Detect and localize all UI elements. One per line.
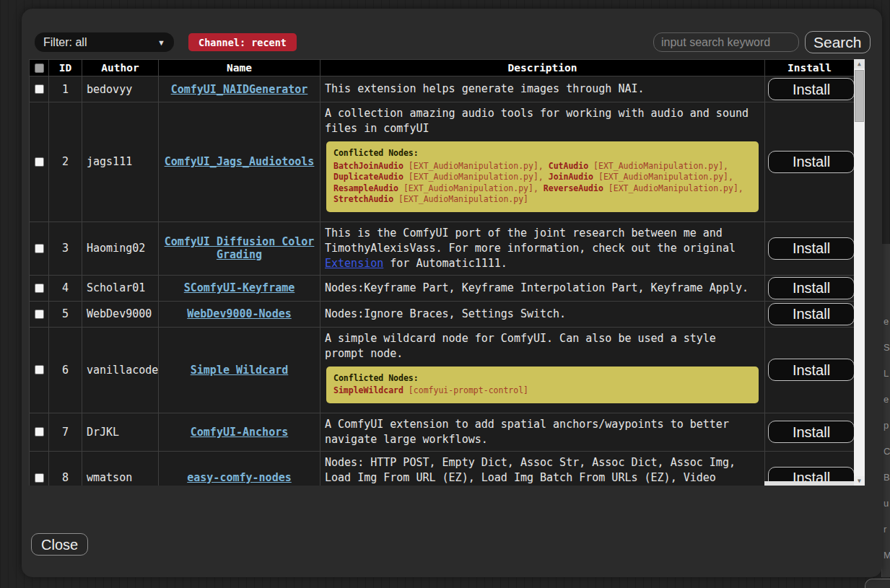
cell-install: Install	[765, 413, 855, 451]
cell-author: Scholar01	[82, 275, 159, 301]
extension-table-body: 1bedovyyComfyUI_NAIDGeneratorThis extens…	[30, 76, 855, 486]
install-button[interactable]: Install	[768, 151, 855, 173]
search-input[interactable]	[653, 32, 799, 52]
row-checkbox[interactable]	[35, 84, 44, 94]
row-checkbox[interactable]	[35, 473, 44, 483]
cell-install: Install	[765, 76, 855, 102]
cell-author: Haoming02	[82, 221, 159, 275]
cell-select	[30, 76, 49, 102]
channel-button[interactable]: Channel: recent	[188, 33, 297, 51]
scrollbar-thumb[interactable]	[855, 70, 864, 122]
cell-description: A ComfyUI extension to add spatial ancho…	[320, 413, 765, 451]
row-checkbox[interactable]	[35, 427, 44, 436]
cell-author: wmatson	[82, 451, 159, 486]
close-button[interactable]: Close	[31, 533, 88, 556]
search-button[interactable]: Search	[805, 31, 871, 53]
extension-table-container: ID Author Name Description Install 1bedo…	[29, 59, 865, 486]
conflict-node-source: [EXT_AudioManipulation.py],	[398, 183, 544, 193]
header-install: Install	[765, 60, 855, 76]
table-row: 5WebDev9000WebDev9000-NodesNodes:Ignore …	[30, 301, 855, 327]
cell-name: ComfyUI_NAIDGenerator	[159, 76, 320, 102]
cell-select	[30, 275, 49, 301]
extension-name-link[interactable]: WebDev9000-Nodes	[187, 307, 292, 320]
conflict-node-source: [EXT_AudioManipulation.py],	[603, 183, 743, 193]
row-checkbox[interactable]	[35, 310, 44, 319]
cell-select	[30, 102, 49, 222]
install-button[interactable]: Install	[768, 277, 855, 299]
extension-name-link[interactable]: easy-comfy-nodes	[187, 471, 292, 484]
cell-description: A collection amazing audio tools for wor…	[320, 102, 765, 222]
cell-description: This is the ComfyUI port of the joint re…	[320, 221, 765, 275]
background-panel-corner	[865, 579, 890, 588]
scrollbar-up-arrow-icon[interactable]: ▲	[854, 59, 865, 69]
header-name: Name	[159, 60, 320, 76]
cell-id: 2	[49, 102, 82, 222]
description-link[interactable]: Extension	[325, 257, 383, 270]
background-menu-text-fragment: C	[884, 446, 890, 457]
cell-description: Nodes: HTTP POST, Empty Dict, Assoc Str,…	[320, 451, 765, 486]
cell-description: A simple wildcard node for ComfyUI. Can …	[320, 327, 765, 413]
cell-select	[30, 413, 49, 451]
install-button[interactable]: Install	[768, 303, 855, 325]
table-row: 3Haoming02ComfyUI Diffusion Color Gradin…	[30, 221, 855, 275]
cell-name: WebDev9000-Nodes	[159, 301, 320, 327]
extension-name-link[interactable]: ComfyUI Diffusion Color Grading	[165, 235, 315, 261]
cell-author: jags111	[82, 102, 159, 222]
install-button[interactable]: Install	[768, 78, 855, 100]
select-all-checkbox[interactable]	[35, 63, 44, 73]
cell-author: bedovyy	[82, 76, 159, 102]
conflicted-nodes-box: Conflicted Nodes:BatchJoinAudio [EXT_Aud…	[326, 141, 759, 212]
table-row: 6vanillacode…Simple WildcardA simple wil…	[30, 327, 855, 413]
install-button[interactable]: Install	[768, 237, 855, 260]
conflict-node-source: [EXT_AudioManipulation.py],	[403, 161, 549, 171]
filter-dropdown[interactable]: Filter: all ▼	[35, 32, 174, 52]
custom-nodes-installer-dialog: Filter: all ▼ Channel: recent Search ID …	[22, 9, 882, 577]
extension-name-link[interactable]: Simple Wildcard	[191, 364, 288, 377]
cell-description: Nodes:Keyframe Part, Keyframe Interpolat…	[320, 275, 765, 301]
cell-select	[30, 221, 49, 275]
background-menu-sliver: eSLepCBurM	[881, 244, 890, 577]
cell-description: Nodes:Ignore Braces, Settings Switch.	[320, 301, 765, 327]
row-checkbox[interactable]	[35, 365, 44, 374]
table-scrollbar[interactable]: ▲ ▼	[854, 59, 865, 486]
cell-install: Install	[765, 327, 855, 413]
cell-select	[30, 301, 49, 327]
conflict-node-source: [EXT_AudioManipulation.py],	[588, 161, 728, 171]
cell-name: ComfyUI_Jags_Audiotools	[159, 102, 320, 222]
cell-select	[30, 327, 49, 413]
cell-id: 5	[49, 301, 82, 327]
cell-id: 4	[49, 275, 82, 301]
extension-name-link[interactable]: ComfyUI_Jags_Audiotools	[165, 155, 315, 168]
cell-id: 6	[49, 327, 82, 413]
chevron-down-icon: ▼	[157, 38, 165, 47]
row-checkbox[interactable]	[35, 157, 44, 167]
table-row: 4Scholar01SComfyUI-KeyframeNodes:Keyfram…	[30, 275, 855, 301]
install-button[interactable]: Install	[768, 421, 855, 443]
extension-name-link[interactable]: ComfyUI_NAIDGenerator	[171, 83, 308, 96]
table-header-row: ID Author Name Description Install	[30, 60, 855, 76]
cell-author: WebDev9000	[82, 301, 159, 327]
row-checkbox[interactable]	[35, 284, 44, 293]
scrollbar-down-arrow-icon[interactable]: ▼	[854, 476, 865, 486]
header-select-all	[30, 60, 49, 76]
extension-name-link[interactable]: ComfyUI-Anchors	[191, 426, 288, 439]
filter-dropdown-value: Filter: all	[43, 36, 87, 49]
cell-name: easy-comfy-nodes	[159, 451, 320, 486]
conflicted-nodes-list: BatchJoinAudio [EXT_AudioManipulation.py…	[333, 161, 751, 206]
cell-name: SComfyUI-Keyframe	[159, 275, 320, 301]
conflict-node-name: SimpleWildcard	[333, 385, 403, 395]
extension-name-link[interactable]: SComfyUI-Keyframe	[184, 281, 295, 294]
description-text: This is the ComfyUI port of the joint re…	[325, 227, 736, 255]
install-button[interactable]: Install	[768, 359, 855, 381]
row-checkbox[interactable]	[35, 244, 44, 253]
table-row: 7DrJKLComfyUI-AnchorsA ComfyUI extension…	[30, 413, 855, 451]
conflict-node-source: [comfyui-prompt-control]	[403, 385, 528, 395]
cell-author: vanillacode…	[82, 327, 159, 413]
conflict-node-name: DuplicateAudio	[333, 172, 403, 182]
description-text: Nodes:Keyframe Part, Keyframe Interpolat…	[325, 281, 749, 294]
description-text: Nodes: HTTP POST, Empty Dict, Assoc Str,…	[325, 456, 736, 486]
table-row: 8wmatsoneasy-comfy-nodesNodes: HTTP POST…	[30, 451, 855, 486]
table-row: 1bedovyyComfyUI_NAIDGeneratorThis extens…	[30, 76, 855, 102]
cell-name: Simple Wildcard	[159, 327, 320, 413]
conflict-node-name: StretchAudio	[333, 194, 393, 204]
